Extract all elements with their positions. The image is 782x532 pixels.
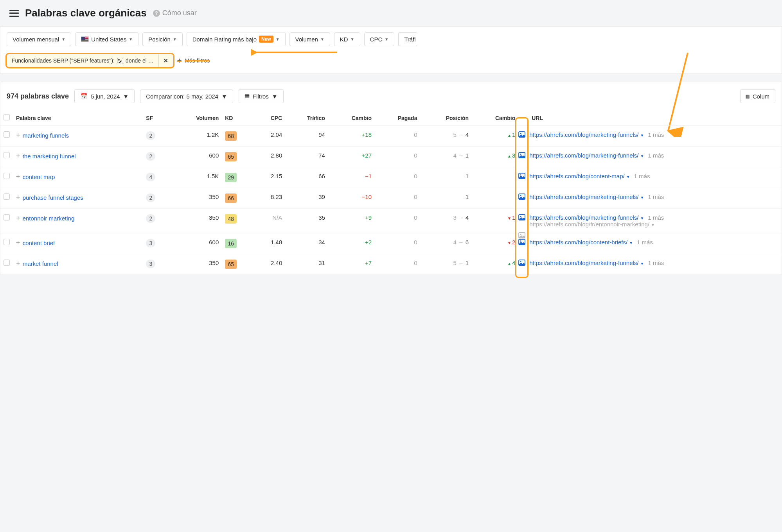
expand-row-icon[interactable]: +	[16, 131, 21, 139]
sliders-icon: 𝌆	[244, 93, 250, 100]
url-cell: https://ahrefs.com/blog/content-map/ ▼1 …	[518, 167, 782, 188]
compare-picker[interactable]: Comparar con: 5 may. 2024 ▼	[140, 90, 233, 103]
keyword-link[interactable]: purchase funnel stages	[23, 194, 83, 201]
filter-cpc[interactable]: CPC▼	[364, 32, 395, 46]
sf-badge[interactable]: 4	[146, 173, 155, 181]
volume-value: 350	[171, 188, 222, 209]
caret-down-icon[interactable]: ▼	[640, 154, 644, 158]
keyword-link[interactable]: the marketing funnel	[23, 153, 76, 159]
url-cell: https://ahrefs.com/blog/marketing-funnel…	[518, 209, 782, 233]
result-url-link[interactable]: https://ahrefs.com/blog/fr/entonnoir-mar…	[529, 221, 649, 227]
expand-row-icon[interactable]: +	[16, 239, 21, 247]
sf-badge[interactable]: 3	[146, 260, 155, 268]
result-url-link[interactable]: https://ahrefs.com/blog/content-map/	[529, 173, 624, 179]
filter-country[interactable]: United States▼	[75, 32, 138, 46]
filter-dr-lowest[interactable]: Domain Rating más bajo New ▼	[187, 32, 286, 46]
more-filters-button[interactable]: + Más filtros	[177, 56, 210, 65]
select-all-checkbox[interactable]	[4, 114, 10, 120]
filter-volume[interactable]: Volumen▼	[289, 32, 330, 46]
row-checkbox[interactable]	[4, 260, 10, 266]
col-kd[interactable]: KD	[222, 110, 253, 126]
date-picker[interactable]: 📅 5 jun. 2024 ▼	[74, 89, 135, 103]
sf-badge[interactable]: 2	[146, 193, 155, 202]
caret-down-icon: ▼	[173, 37, 177, 41]
col-position[interactable]: Posición	[420, 110, 472, 126]
filter-traffic[interactable]: Tráfi	[398, 32, 417, 46]
expand-row-icon[interactable]: +	[16, 214, 21, 222]
row-checkbox[interactable]	[4, 193, 10, 200]
caret-down-icon[interactable]: ▼	[640, 195, 644, 200]
expand-row-icon[interactable]: +	[16, 173, 21, 181]
volume-value: 350	[171, 209, 222, 233]
filter-kd[interactable]: KD▼	[334, 32, 360, 46]
caret-down-icon[interactable]: ▼	[640, 216, 644, 220]
traffic-value: 31	[285, 254, 328, 275]
sf-badge[interactable]: 2	[146, 214, 155, 223]
keyword-link[interactable]: content brief	[23, 240, 55, 246]
traffic-change-value: −1	[328, 167, 375, 188]
result-url-link[interactable]: https://ahrefs.com/blog/marketing-funnel…	[529, 131, 638, 138]
paid-value: 0	[375, 188, 420, 209]
traffic-value: 39	[285, 188, 328, 209]
row-checkbox[interactable]	[4, 239, 10, 245]
chip-close-button[interactable]: ✕	[158, 54, 173, 67]
row-checkbox[interactable]	[4, 214, 10, 220]
keyword-link[interactable]: marketing funnels	[23, 132, 69, 139]
col-pos-change[interactable]: Cambio	[472, 110, 518, 126]
col-cpc[interactable]: CPC	[254, 110, 286, 126]
col-traffic[interactable]: Tráfico	[285, 110, 328, 126]
more-urls-label[interactable]: 1 más	[648, 152, 664, 159]
result-url-link[interactable]: https://ahrefs.com/blog/marketing-funnel…	[529, 260, 638, 266]
keyword-link[interactable]: content map	[23, 174, 55, 180]
col-url[interactable]: URL	[518, 110, 782, 126]
more-urls-label[interactable]: 1 más	[648, 193, 664, 200]
svg-point-3	[520, 133, 521, 134]
caret-down-icon[interactable]: ▼	[640, 133, 644, 138]
expand-row-icon[interactable]: +	[16, 260, 21, 267]
col-keyword[interactable]: Palabra clave	[13, 110, 143, 126]
caret-down-icon[interactable]: ▼	[640, 262, 644, 266]
position-change-value: 4	[472, 254, 518, 275]
row-checkbox[interactable]	[4, 173, 10, 179]
more-urls-label[interactable]: 1 más	[634, 173, 650, 179]
position-change-value: 1	[472, 126, 518, 147]
kd-badge: 65	[225, 152, 237, 161]
row-checkbox[interactable]	[4, 131, 10, 138]
keyword-link[interactable]: market funnel	[23, 260, 58, 267]
result-url-link[interactable]: https://ahrefs.com/blog/marketing-funnel…	[529, 152, 638, 159]
caret-down-icon[interactable]: ▼	[626, 175, 630, 179]
cpc-value: 2.15	[254, 167, 286, 188]
how-to-use[interactable]: ? Cómo usar	[153, 9, 197, 17]
filter-chip-serp-features[interactable]: Funcionalidades SERP ("SERP features"): …	[7, 54, 173, 67]
sf-badge[interactable]: 2	[146, 152, 155, 161]
traffic-value: 66	[285, 167, 328, 188]
expand-row-icon[interactable]: +	[16, 193, 21, 201]
expand-row-icon[interactable]: +	[16, 152, 21, 160]
col-paid[interactable]: Pagada	[375, 110, 420, 126]
caret-down-icon[interactable]: ▼	[651, 223, 655, 227]
result-url-link[interactable]: https://ahrefs.com/blog/content-briefs/	[529, 239, 627, 245]
filter-monthly-volume[interactable]: Volumen mensual▼	[7, 32, 71, 46]
row-checkbox[interactable]	[4, 152, 10, 158]
image-pack-icon	[518, 214, 525, 220]
filters-button[interactable]: 𝌆 Filtros ▼	[239, 89, 284, 103]
keyword-link[interactable]: entonnoir marketing	[23, 215, 75, 222]
position-change-value	[472, 188, 518, 209]
col-change[interactable]: Cambio	[328, 110, 375, 126]
more-urls-label[interactable]: 1 más	[648, 131, 664, 138]
more-urls-label[interactable]: 1 más	[648, 260, 664, 266]
cpc-value: 8.23	[254, 188, 286, 209]
col-volume[interactable]: Volumen	[171, 110, 222, 126]
col-sf[interactable]: SF	[143, 110, 171, 126]
result-url-link[interactable]: https://ahrefs.com/blog/marketing-funnel…	[529, 214, 638, 221]
result-url-link[interactable]: https://ahrefs.com/blog/marketing-funnel…	[529, 193, 638, 200]
sf-badge[interactable]: 2	[146, 131, 155, 140]
filter-position[interactable]: Posición▼	[142, 32, 183, 46]
caret-down-icon[interactable]: ▼	[629, 241, 633, 245]
sf-badge[interactable]: 3	[146, 239, 155, 247]
caret-down-icon: ▼	[129, 37, 133, 41]
menu-icon[interactable]	[9, 10, 19, 17]
columns-button[interactable]: ▥ Colum	[740, 89, 775, 103]
more-urls-label[interactable]: 1 más	[648, 214, 664, 221]
more-urls-label[interactable]: 1 más	[637, 239, 653, 245]
